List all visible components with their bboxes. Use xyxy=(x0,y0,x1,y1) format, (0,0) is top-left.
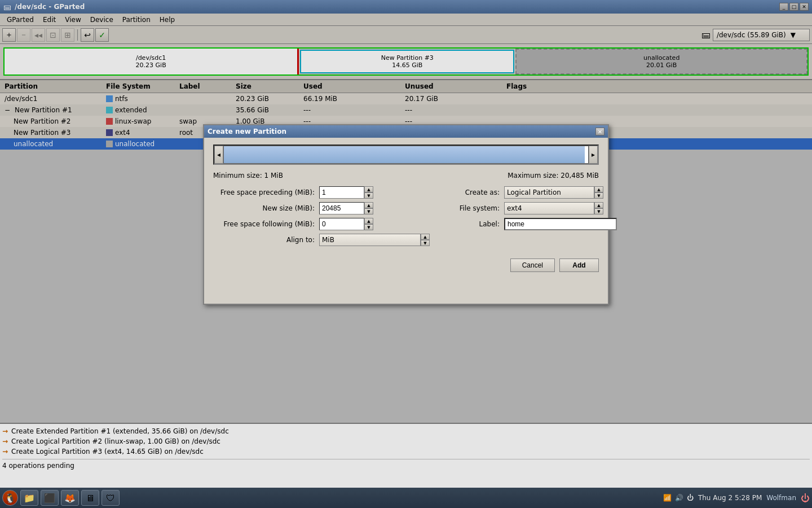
create-as-row: Create as: Logical Partition ▲ ▼ xyxy=(443,186,617,199)
file-system-row: File system: ext4 ▲ ▼ xyxy=(443,202,617,214)
spin-down-arrow[interactable]: ▼ xyxy=(364,208,373,214)
slider-filled-area xyxy=(224,146,585,163)
label-label: Label: xyxy=(443,220,500,228)
dialog-content: ◂ ▸ Minimum size: 1 MiB Maximum size: 20… xyxy=(204,138,608,279)
spin-up-arrow[interactable]: ▲ xyxy=(364,218,373,224)
new-size-label: New size (MiB): xyxy=(213,204,315,212)
form-right-column: Create as: Logical Partition ▲ ▼ xyxy=(443,186,617,249)
free-space-preceding-row: Free space preceding (MiB): ▲ ▼ xyxy=(213,186,430,199)
slider-bar xyxy=(223,146,589,164)
modal-overlay: Create new Partition ✕ ◂ ▸ Minimum size:… xyxy=(0,0,812,508)
spin-down-arrow[interactable]: ▼ xyxy=(421,240,430,246)
spin-up-arrow[interactable]: ▲ xyxy=(594,186,603,192)
create-as-value[interactable]: Logical Partition xyxy=(504,186,594,199)
file-system-label: File system: xyxy=(443,204,500,212)
free-space-following-row: Free space following (MiB): ▲ ▼ xyxy=(213,218,430,230)
label-row: Label: xyxy=(443,218,617,230)
align-to-label: Align to: xyxy=(213,236,315,244)
spin-down-arrow[interactable]: ▼ xyxy=(594,192,603,199)
dialog-buttons: Cancel Add xyxy=(213,259,599,272)
spin-down-arrow[interactable]: ▼ xyxy=(594,208,603,214)
spin-up-arrow[interactable]: ▲ xyxy=(594,202,603,208)
align-to-select[interactable]: MiB ▲ ▼ xyxy=(319,234,430,246)
add-button[interactable]: Add xyxy=(559,259,599,272)
free-space-following-label: Free space following (MiB): xyxy=(213,220,315,228)
create-as-select[interactable]: Logical Partition ▲ ▼ xyxy=(504,186,603,199)
dialog-titlebar: Create new Partition ✕ xyxy=(204,125,608,138)
free-space-following-spinners: ▲ ▼ xyxy=(364,218,373,230)
create-partition-dialog: Create new Partition ✕ ◂ ▸ Minimum size:… xyxy=(203,124,609,305)
spin-up-arrow[interactable]: ▲ xyxy=(364,202,373,208)
free-space-preceding-label: Free space preceding (MiB): xyxy=(213,189,315,196)
spin-up-arrow[interactable]: ▲ xyxy=(364,186,373,192)
align-to-spinners: ▲ ▼ xyxy=(421,234,430,246)
free-space-preceding-input[interactable]: ▲ ▼ xyxy=(319,186,373,199)
partition-size-slider[interactable]: ◂ ▸ xyxy=(213,144,599,165)
min-size-label: Minimum size: 1 MiB xyxy=(213,172,283,179)
free-space-following-field[interactable] xyxy=(319,218,364,230)
form-left-column: Free space preceding (MiB): ▲ ▼ New size… xyxy=(213,186,430,249)
file-system-select[interactable]: ext4 ▲ ▼ xyxy=(504,202,603,214)
free-space-preceding-spinners: ▲ ▼ xyxy=(364,186,373,199)
new-size-spinners: ▲ ▼ xyxy=(364,202,373,214)
file-system-value[interactable]: ext4 xyxy=(504,202,594,214)
spin-down-arrow[interactable]: ▼ xyxy=(364,224,373,230)
create-as-spinners: ▲ ▼ xyxy=(594,186,603,199)
slider-right-arrow[interactable]: ▸ xyxy=(589,146,598,164)
new-size-field[interactable] xyxy=(319,202,364,214)
new-size-row: New size (MiB): ▲ ▼ xyxy=(213,202,430,214)
spin-down-arrow[interactable]: ▼ xyxy=(364,192,373,199)
create-as-label: Create as: xyxy=(443,189,500,196)
cancel-button[interactable]: Cancel xyxy=(510,259,555,272)
spin-up-arrow[interactable]: ▲ xyxy=(421,234,430,240)
new-size-input[interactable]: ▲ ▼ xyxy=(319,202,373,214)
free-space-preceding-field[interactable] xyxy=(319,186,364,199)
dialog-close-button[interactable]: ✕ xyxy=(595,128,604,135)
label-input[interactable] xyxy=(504,218,617,230)
max-size-label: Maximum size: 20,485 MiB xyxy=(508,172,599,179)
slider-left-arrow[interactable]: ◂ xyxy=(214,146,223,164)
align-to-row: Align to: MiB ▲ ▼ xyxy=(213,234,430,246)
file-system-spinners: ▲ ▼ xyxy=(594,202,603,214)
dialog-title: Create new Partition xyxy=(208,128,286,135)
align-to-value[interactable]: MiB xyxy=(319,234,421,246)
form-columns: Free space preceding (MiB): ▲ ▼ New size… xyxy=(213,186,599,249)
free-space-following-input[interactable]: ▲ ▼ xyxy=(319,218,373,230)
size-info: Minimum size: 1 MiB Maximum size: 20,485… xyxy=(213,172,599,179)
